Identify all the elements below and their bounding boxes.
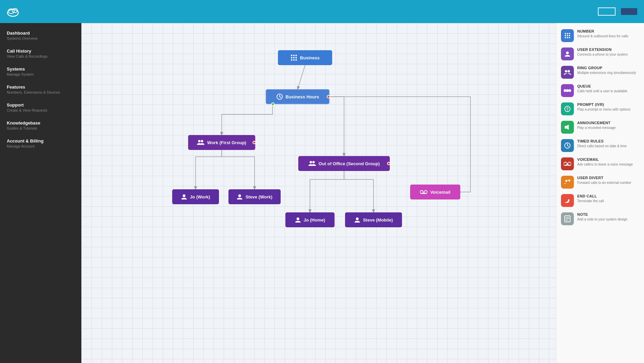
svg-point-19 <box>312 161 315 164</box>
svg-line-3 <box>298 65 305 89</box>
flow-node-business[interactable]: Business <box>278 50 332 65</box>
panel-item-note[interactable]: NOTE Add a note to your system design <box>556 210 644 228</box>
flow-node-jo_work[interactable]: Jo (Work) <box>172 189 219 204</box>
node-label: Voicemail <box>430 190 450 195</box>
svg-point-7 <box>291 57 292 58</box>
node-label: Jo (Home) <box>304 217 325 223</box>
cancel-button[interactable] <box>598 7 616 16</box>
sidebar-subtitle: Guides & Tutorials <box>7 126 75 130</box>
panel-item-user-divert[interactable]: USER DIVERT Forward calls to an external… <box>556 173 644 191</box>
panel-icon <box>561 176 574 189</box>
panel-icon <box>561 157 574 170</box>
nav-actions <box>592 7 637 16</box>
sidebar-subtitle: Numbers, Extensions & Devices <box>7 90 75 94</box>
svg-point-6 <box>296 55 297 56</box>
panel-item-number[interactable]: NUMBER Inbound & outbound lines for call… <box>556 26 644 45</box>
flow-node-jo_home[interactable]: Jo (Home) <box>285 212 335 227</box>
panel-label: NUMBER <box>577 29 628 33</box>
flow-node-voicemail[interactable]: Voicemail <box>410 185 460 199</box>
panel-desc: Forward calls to an external number <box>577 180 631 185</box>
panel-item-ring-group[interactable]: RING GROUP Multiple extensions ring simu… <box>556 63 644 81</box>
panel-item-user-extension[interactable]: USER EXTENSION Connects a phone to your … <box>556 45 644 63</box>
sidebar-title: Knowledgebase <box>7 120 75 126</box>
panel-icon: ? <box>561 102 574 115</box>
panel-item-timed-rules[interactable]: TIMED RULES Direct calls based on date &… <box>556 136 644 155</box>
person-icon <box>237 194 243 200</box>
sidebar-item-account-&-billing[interactable]: Account & Billing Manage Account <box>0 134 81 152</box>
panel-icon <box>561 139 574 152</box>
flow-node-steve_mobile[interactable]: Steve (Mobile) <box>345 212 402 227</box>
node-label: Business Hours <box>286 94 319 99</box>
node-label: Steve (Work) <box>245 194 272 199</box>
sidebar-item-call-history[interactable]: Call History View Calls & Recordings <box>0 44 81 62</box>
panel-icon <box>561 66 574 79</box>
sidebar-subtitle: Manage Account <box>7 144 75 148</box>
svg-point-16 <box>198 140 201 142</box>
flow-node-work_group[interactable]: Work (First Group) <box>188 135 255 150</box>
users-icon <box>197 139 204 146</box>
panel-item-voicemail[interactable]: VOICEMAIL Ask callers to leave a voice m… <box>556 155 644 173</box>
panel-icon <box>561 47 574 60</box>
panel-item-end-call[interactable]: END CALL Terminate the call <box>556 191 644 210</box>
svg-point-9 <box>296 57 297 58</box>
sidebar-item-systems[interactable]: Systems Manage System <box>0 62 81 80</box>
flow-node-out_of_office[interactable]: Out of Office (Second Group) <box>298 156 390 171</box>
panel-label: QUEUE <box>577 84 627 88</box>
svg-point-11 <box>293 59 295 60</box>
svg-point-30 <box>565 35 566 36</box>
sidebar-item-support[interactable]: Support Create & View Requests <box>0 98 81 116</box>
clock-icon <box>276 93 283 100</box>
svg-point-41 <box>568 89 571 92</box>
svg-point-37 <box>565 70 567 73</box>
panel-icon <box>561 84 574 97</box>
svg-point-5 <box>293 55 295 56</box>
svg-line-46 <box>567 146 569 147</box>
svg-point-23 <box>356 217 359 220</box>
flow-node-steve_work[interactable]: Steve (Work) <box>228 189 281 204</box>
svg-point-20 <box>183 194 185 197</box>
svg-point-10 <box>291 59 292 60</box>
svg-point-33 <box>565 37 566 38</box>
flow-node-business_hours[interactable]: Business Hours <box>266 89 329 104</box>
sidebar-item-features[interactable]: Features Numbers, Extensions & Devices <box>0 80 81 98</box>
node-label: Work (First Group) <box>207 140 246 145</box>
sidebar-title: Call History <box>7 49 75 54</box>
panel-icon <box>561 29 574 42</box>
panel-item-announcement[interactable]: ANNOUNCEMENT Play a recorded message <box>556 118 644 136</box>
svg-point-32 <box>569 35 570 36</box>
panel-label: NOTE <box>577 212 627 216</box>
svg-point-18 <box>309 161 312 164</box>
sidebar-title: Features <box>7 84 75 90</box>
svg-point-12 <box>296 59 297 60</box>
panel-label: USER DIVERT <box>577 176 631 180</box>
panel-icon <box>561 194 574 207</box>
canvas-area[interactable]: BusinessBusiness HoursWork (First Group)… <box>81 23 556 363</box>
panel-desc: Play a recorded message <box>577 126 616 130</box>
grid-icon <box>290 54 297 61</box>
red-connector-dot <box>253 141 256 144</box>
svg-point-4 <box>291 55 292 56</box>
panel-label: PROMPT (IVR) <box>577 102 630 107</box>
panel-item-queue[interactable]: QUEUE Calls held until a user is availab… <box>556 81 644 100</box>
panel-desc: Add a note to your system design <box>577 217 627 222</box>
panel-label: RING GROUP <box>577 66 636 70</box>
logo-area <box>7 5 88 18</box>
svg-point-38 <box>568 70 570 73</box>
panel-desc: Direct calls based on date & time <box>577 144 627 148</box>
sidebar-title: Account & Billing <box>7 138 75 144</box>
svg-point-34 <box>567 37 568 38</box>
node-label: Business <box>300 55 320 60</box>
svg-point-35 <box>569 37 570 38</box>
svg-point-28 <box>567 33 568 34</box>
sidebar-subtitle: View Calls & Recordings <box>7 54 75 58</box>
panel-item-prompt-ivr-[interactable]: ? PROMPT (IVR) Play a prompt or menu wit… <box>556 100 644 118</box>
sidebar-item-knowledgebase[interactable]: Knowledgebase Guides & Tutorials <box>0 116 81 134</box>
sidebar-item-dashboard[interactable]: Dashboard Systems Overview <box>0 26 81 44</box>
svg-point-31 <box>567 35 568 36</box>
person-icon <box>181 194 187 200</box>
person-icon <box>354 217 360 223</box>
svg-rect-26 <box>422 193 426 194</box>
save-button[interactable] <box>621 8 637 15</box>
panel-desc: Ask callers to leave a voice message <box>577 162 633 167</box>
svg-point-36 <box>566 52 569 54</box>
